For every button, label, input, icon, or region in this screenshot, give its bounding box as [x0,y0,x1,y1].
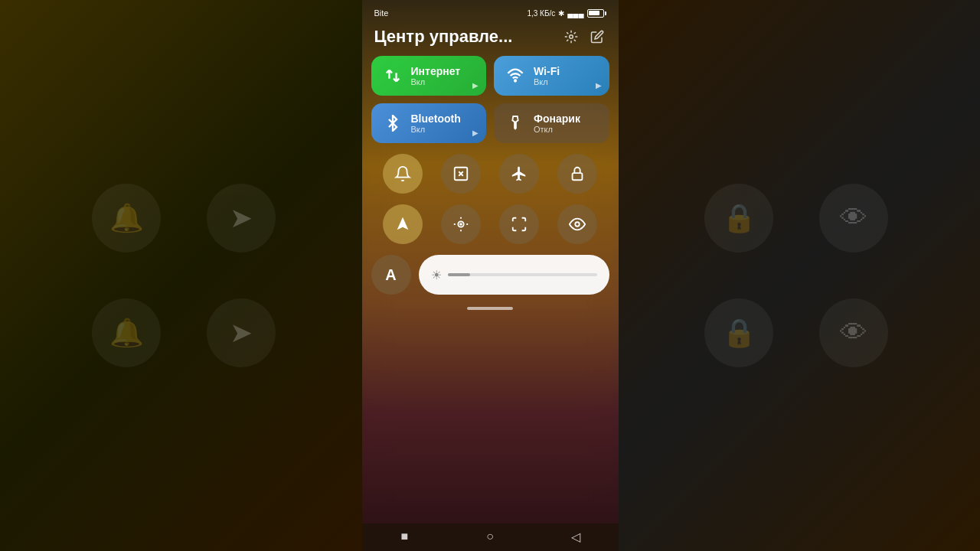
bg-eye-icon-1: 👁 [819,184,888,253]
bg-lock-icon-2: 🔒 [704,298,773,367]
auto-label: A [385,266,396,284]
flashlight-icon [505,112,526,134]
internet-state: Вкл [411,77,461,86]
bg-icons-left: 🔔 ➤ 🔔 ➤ [92,184,276,367]
airplane-toggle[interactable] [499,154,539,194]
svg-point-7 [575,222,580,227]
svg-point-1 [514,80,516,82]
svg-point-0 [569,35,573,39]
status-right: 1,3 КБ/с ✱ ▄▄▄ [527,9,606,18]
autorotate-toggle[interactable] [441,204,481,244]
lock-rotation-toggle[interactable] [557,154,597,194]
circle-icon: ○ [486,530,494,543]
nav-recents-button[interactable]: ■ [393,525,416,548]
brightness-icon: ☀ [431,268,442,282]
wifi-label: Wi-Fi [534,65,560,77]
bluetooth-toggle[interactable]: Bluetooth Вкл ▶ [371,103,487,143]
auto-brightness-toggle[interactable]: A [371,255,411,295]
brightness-slider-container[interactable]: ☀ [419,255,609,295]
eye-mode-toggle[interactable] [557,204,597,244]
flashlight-label: Фонарик [534,112,580,125]
background-left: 🔔 ➤ 🔔 ➤ [0,0,368,551]
phone-frame: Bite 1,3 КБ/с ✱ ▄▄▄ Центр управле... [362,0,619,551]
bg-bell-icon-1: 🔔 [92,184,161,253]
signal-icon: ▄▄▄ [567,9,583,18]
internet-toggle[interactable]: Интернет Вкл ▶ [371,56,487,96]
bluetooth-arrow: ▶ [472,129,479,137]
nav-bar: ■ ○ ◁ [362,523,619,551]
internet-arrow: ▶ [472,81,479,90]
screenshot-toggle[interactable] [441,154,481,194]
small-icons-row-2 [362,201,619,247]
svg-rect-4 [572,173,582,180]
settings-icon[interactable] [562,28,580,46]
location-toggle[interactable] [383,204,423,244]
nav-back-button[interactable]: ◁ [564,525,587,548]
bluetooth-icon [382,112,403,134]
bg-bell-icon-2: 🔔 [92,298,161,367]
bg-lock-icon-1: 🔒 [704,184,773,253]
bluetooth-status-icon: ✱ [558,9,564,18]
flashlight-text: Фонарик Откл [534,112,580,134]
brightness-bar[interactable] [448,273,597,276]
bg-icons-right: 🔒 👁 🔒 👁 [704,184,888,367]
bg-arrow-icon-1: ➤ [207,184,276,253]
bluetooth-text: Bluetooth Вкл [411,112,461,134]
bell-toggle[interactable] [383,154,423,194]
internet-text: Интернет Вкл [411,65,461,86]
nav-home-button[interactable]: ○ [479,525,501,548]
wifi-icon [505,65,526,86]
carrier-label: Bite [374,8,389,18]
home-indicator [467,307,513,310]
internet-icon [382,65,403,86]
fullscreen-toggle[interactable] [499,204,539,244]
bluetooth-state: Вкл [411,125,461,134]
wifi-toggle[interactable]: Wi-Fi Вкл ▶ [494,56,609,96]
square-icon: ■ [400,530,408,543]
background-right: 🔒 👁 🔒 👁 [612,0,980,551]
wifi-text: Wi-Fi Вкл [534,65,560,86]
bg-arrow-icon-2: ➤ [207,298,276,367]
wifi-arrow: ▶ [596,81,602,90]
small-icons-row-1 [362,151,619,197]
bg-eye-icon-2: 👁 [819,298,888,367]
wifi-state: Вкл [534,77,560,86]
flashlight-toggle[interactable]: Фонарик Откл [494,103,609,143]
status-bar: Bite 1,3 КБ/с ✱ ▄▄▄ [362,0,619,23]
home-indicator-row [362,302,619,315]
internet-label: Интернет [411,65,461,77]
cc-header: Центр управле... [362,23,619,56]
toggle-grid: Интернет Вкл ▶ Wi-Fi Вкл [362,56,619,143]
edit-icon[interactable] [588,28,606,46]
triangle-icon: ◁ [571,530,580,544]
bluetooth-label: Bluetooth [411,112,461,125]
speed-label: 1,3 КБ/с [527,9,555,18]
flashlight-state: Откл [534,125,580,134]
battery-indicator [587,9,606,18]
cc-header-icons [562,28,606,46]
brightness-row: A ☀ [362,255,619,295]
svg-point-6 [460,223,462,225]
cc-title: Центр управле... [374,27,513,47]
brightness-fill [448,273,470,276]
control-center-panel: Bite 1,3 КБ/с ✱ ▄▄▄ Центр управле... [362,0,619,551]
